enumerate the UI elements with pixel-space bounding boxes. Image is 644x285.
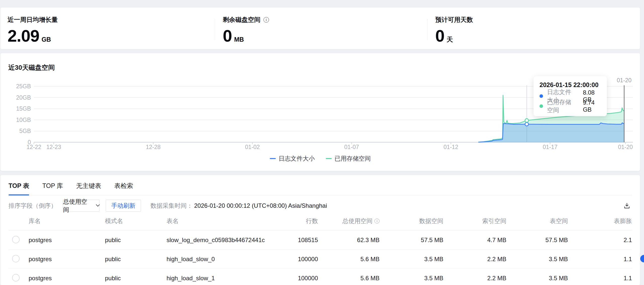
- stat-remaining-space: 剩余磁盘空间 i 0 MB: [223, 16, 269, 45]
- table-cell: public: [105, 256, 167, 263]
- table-cell: 62.3 MB: [318, 237, 380, 244]
- info-icon[interactable]: i: [374, 219, 380, 224]
- manual-refresh-button[interactable]: 手动刷新: [106, 200, 141, 212]
- column-header: 表空间: [506, 217, 568, 225]
- table-cell: high_load_slow_0: [167, 256, 272, 263]
- stat-available-days-label: 预计可用天数: [435, 16, 473, 24]
- tooltip-series-label: 已用存储空间: [547, 98, 576, 114]
- panel-controls: 排序字段（倒序） 总使用空间 手动刷新 数据采集时间： 2026-01-20 0…: [9, 200, 632, 212]
- x-axis-tick: 12-28: [146, 144, 161, 150]
- table-cell: high_load_slow_1: [167, 275, 272, 282]
- table-cell: postgres: [29, 275, 105, 282]
- table-cell: 3.5 MB: [506, 275, 568, 282]
- column-header: 模式名: [105, 217, 167, 225]
- tab-top-表[interactable]: TOP 表: [9, 182, 29, 195]
- table-cell: 3.5 MB: [380, 275, 443, 282]
- hover-marker: [525, 119, 528, 122]
- tab-top-库[interactable]: TOP 库: [42, 182, 63, 195]
- x-axis-tick: 12-23: [46, 144, 61, 150]
- legend-dash-icon: [326, 158, 332, 159]
- column-header: 表膨胀: [568, 217, 632, 225]
- sort-field-value: 总使用空间: [63, 198, 93, 214]
- series-dot-icon: [540, 104, 543, 108]
- table-cell: public: [105, 275, 167, 282]
- table-cell: slow_log_demo_c05983b44672441c: [167, 237, 272, 244]
- stat-daily-growth: 近一周日均增长量 2.09 GB: [8, 16, 58, 45]
- legend-item[interactable]: 已用存储空间: [326, 155, 371, 163]
- row-radio[interactable]: [12, 236, 20, 243]
- y-axis-tick: 5GB: [19, 128, 31, 134]
- column-header: 行数: [272, 217, 318, 225]
- collect-time-label: 数据采集时间：: [150, 202, 193, 210]
- stat-daily-growth-label: 近一周日均增长量: [8, 16, 58, 24]
- x-axis-tick: 01-17: [543, 144, 558, 150]
- x-axis-tick: 01-12: [444, 144, 458, 150]
- table-row[interactable]: postgrespublichigh_load_slow_01000005.6 …: [9, 250, 632, 269]
- table-cell: 3.5 MB: [506, 256, 568, 263]
- page: 近一周日均增长量 2.09 GB 剩余磁盘空间 i 0 MB 预计可用天数 0 …: [0, 0, 644, 285]
- info-icon[interactable]: i: [263, 17, 269, 23]
- column-header: 数据空间: [380, 217, 443, 225]
- y-axis-tick: 25GB: [16, 83, 31, 90]
- stat-divider: [427, 19, 427, 40]
- disk-space-chart-card: 近30天磁盘空间 25GB20GB15GB10GB5GB012-2212-231…: [1, 53, 640, 171]
- stat-remaining-space-label: 剩余磁盘空间: [223, 16, 260, 24]
- table-cell: 5.6 MB: [318, 275, 380, 282]
- column-header: 库名: [29, 217, 105, 225]
- table-cell: 3.5 MB: [380, 256, 443, 263]
- row-radio[interactable]: [12, 274, 20, 281]
- chevron-down-icon: [96, 202, 100, 206]
- y-axis-tick: 10GB: [16, 117, 31, 123]
- download-icon: [623, 202, 630, 209]
- chart-tooltip: 2026-01-15 22:00:00 日志文件大小8.08 GB已用存储空间9…: [533, 76, 607, 116]
- stat-available-days-unit: 天: [447, 35, 453, 44]
- table-cell: 2.1: [568, 237, 632, 244]
- table-cell: 100000: [272, 275, 318, 282]
- table-cell: 57.5 MB: [380, 237, 443, 244]
- tab-无主键表[interactable]: 无主键表: [76, 182, 101, 195]
- stat-daily-growth-value: 2.09: [8, 27, 39, 45]
- sort-field-select[interactable]: 总使用空间: [63, 200, 99, 212]
- table-cell: 57.5 MB: [506, 237, 568, 244]
- table-cell: 108515: [272, 237, 318, 244]
- y-axis-tick: 20GB: [16, 94, 31, 101]
- tab-表检索[interactable]: 表检索: [114, 182, 133, 195]
- x-axis-tick: 01-07: [344, 144, 359, 150]
- hover-marker: [525, 122, 528, 126]
- stat-daily-growth-unit: GB: [41, 36, 51, 43]
- x-axis-tick: 01-02: [245, 144, 260, 150]
- table-cell: 4.7 MB: [443, 237, 506, 244]
- table-cell: 1.1: [568, 256, 632, 263]
- table-cell: public: [105, 237, 167, 244]
- table-header-row: 库名模式名表名行数总使用空间i数据空间索引空间表空间表膨胀: [9, 212, 632, 231]
- column-header: 表名: [167, 217, 272, 225]
- table-cell: 100000: [272, 256, 318, 263]
- table-cell: 5.6 MB: [318, 256, 380, 263]
- chart-legend: 日志文件大小已用存储空间: [1, 155, 640, 163]
- y-axis-tick: 15GB: [16, 105, 31, 112]
- sort-field-label: 排序字段（倒序）: [9, 202, 57, 210]
- table-cell: 2.2 MB: [443, 256, 506, 263]
- disk-stats-card: 近一周日均增长量 2.09 GB 剩余磁盘空间 i 0 MB 预计可用天数 0 …: [1, 8, 640, 49]
- chart-title: 近30天磁盘空间: [8, 63, 55, 72]
- end-date-label: 01-20: [617, 77, 632, 84]
- legend-dash-icon: [270, 158, 276, 159]
- table-cell: 2.2 MB: [443, 275, 506, 282]
- table-cell: 1.1: [568, 275, 632, 282]
- legend-item[interactable]: 日志文件大小: [270, 155, 315, 163]
- column-header: 总使用空间i: [318, 217, 380, 225]
- column-header: 索引空间: [443, 217, 506, 225]
- tooltip-series-value: 9.74 GB: [583, 99, 601, 113]
- stat-remaining-space-value: 0: [223, 27, 232, 45]
- panel-tabbar: TOP 表TOP 库无主键表表检索: [9, 182, 632, 195]
- table-row[interactable]: postgrespublicslow_log_demo_c05983b44672…: [9, 231, 632, 250]
- table-row[interactable]: postgrespublichigh_load_slow_11000005.6 …: [9, 269, 632, 285]
- stat-divider: [215, 19, 215, 40]
- download-button[interactable]: [622, 201, 632, 211]
- row-radio[interactable]: [12, 255, 20, 262]
- tooltip-row: 已用存储空间9.74 GB: [540, 101, 601, 111]
- top-tables-card: TOP 表TOP 库无主键表表检索 排序字段（倒序） 总使用空间 手动刷新 数据…: [1, 175, 640, 285]
- table-cell: postgres: [29, 256, 105, 263]
- x-axis-tick: 12-22: [27, 144, 41, 150]
- stat-available-days-value: 0: [435, 27, 444, 45]
